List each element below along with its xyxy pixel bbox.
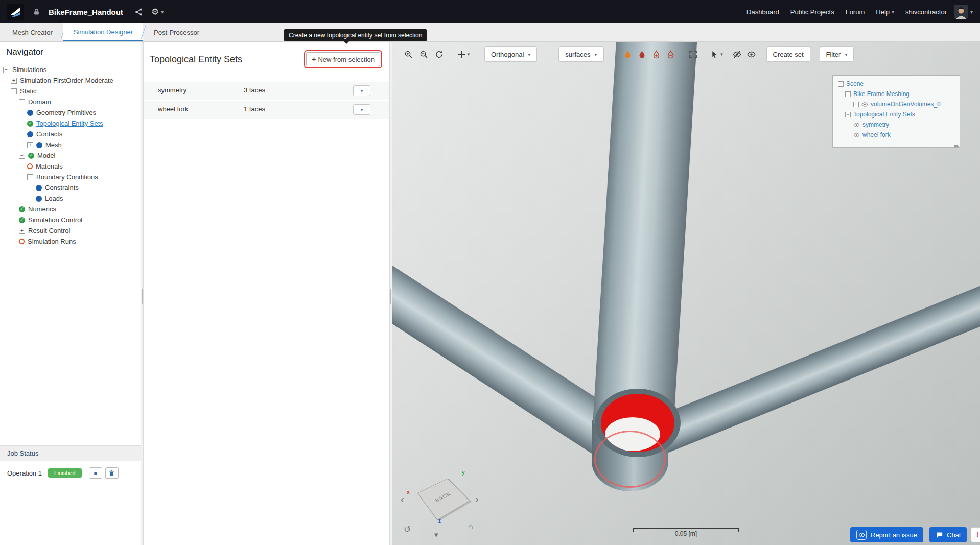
tree-item-simulation-runs[interactable]: Simulation Runs <box>0 236 141 247</box>
remove-selection-icon <box>666 50 675 59</box>
nav-forum[interactable]: Forum <box>846 8 865 16</box>
zoom-in-button[interactable] <box>402 48 415 61</box>
stop-job-button[interactable]: ■ <box>89 467 102 479</box>
z-axis-label: z <box>438 518 441 524</box>
tree-item-constraints[interactable]: Constraints <box>0 182 141 193</box>
collapse-icon[interactable]: − <box>838 81 844 87</box>
chevron-down-icon[interactable]: ▾ <box>434 530 438 539</box>
pan-move-button[interactable]: ▾ <box>454 48 473 61</box>
eye-icon[interactable] <box>853 122 860 128</box>
delete-job-button[interactable] <box>105 467 119 479</box>
remove-selection-button[interactable] <box>664 48 678 61</box>
entity-set-list: symmetry 3 faces ▾ wheel fork 1 faces ▾ <box>144 82 389 119</box>
username[interactable]: shivcontractor <box>905 8 947 16</box>
alert-badge[interactable]: ! <box>971 527 980 542</box>
navigation-cube[interactable]: BACK ‹ › ↺ ⌂ ▾ x y z <box>401 469 485 543</box>
chat-button[interactable]: Chat <box>929 527 967 542</box>
collapse-icon[interactable]: − <box>845 91 851 97</box>
rotate-left-arrow-icon[interactable]: ‹ <box>401 493 404 505</box>
report-issue-button[interactable]: Report an issue <box>850 527 923 542</box>
share-icon[interactable] <box>134 8 143 16</box>
tree-item-domain[interactable]: −Domain <box>0 97 141 107</box>
collapse-icon[interactable]: − <box>11 88 17 94</box>
row-actions-dropdown[interactable]: ▾ <box>353 85 370 96</box>
tree-item-boundary-conditions[interactable]: −Boundary Conditions <box>0 172 141 182</box>
status-check-icon: ✓ <box>28 153 34 159</box>
hide-all-button[interactable] <box>731 48 744 61</box>
nav-public-projects[interactable]: Public Projects <box>790 8 834 16</box>
cursor-icon <box>710 50 719 59</box>
tree-item-simulation-control[interactable]: ✓Simulation Control <box>0 215 141 225</box>
home-view-icon[interactable]: ⌂ <box>468 522 473 531</box>
scene-tree-item-wheel-fork[interactable]: wheel fork <box>835 130 958 140</box>
scene-tree-item-symmetry[interactable]: symmetry <box>835 120 958 130</box>
create-set-button[interactable]: Create set <box>766 46 810 62</box>
tree-item-static[interactable]: −Static <box>0 86 141 97</box>
tab-post-processor[interactable]: Post-Processor <box>144 23 209 41</box>
hide-selection-button[interactable] <box>621 48 635 61</box>
tree-item-result-control[interactable]: +Result Control <box>0 225 141 236</box>
refresh-view-button[interactable] <box>432 48 446 61</box>
eye-icon[interactable] <box>853 132 860 138</box>
tree-item-materials[interactable]: Materials <box>0 161 141 172</box>
collapse-icon[interactable]: − <box>3 67 9 73</box>
job-status-title: Job Status <box>0 446 141 461</box>
tab-simulation-designer[interactable]: Simulation Designer <box>63 23 143 41</box>
bike-frame-seat-tube[interactable] <box>593 42 698 429</box>
collapse-icon[interactable]: − <box>27 174 33 180</box>
tree-item-mesh[interactable]: +Mesh <box>0 139 141 150</box>
box-select-button[interactable] <box>687 48 700 61</box>
expand-icon[interactable]: + <box>27 142 33 148</box>
render-mode-select[interactable]: surfaces▾ <box>558 46 603 62</box>
zoom-out-button[interactable] <box>417 48 430 61</box>
tree-item-contacts[interactable]: Contacts <box>0 129 141 139</box>
tree-item-loads[interactable]: Loads <box>0 193 141 204</box>
settings-gear-icon[interactable]: ⚙▾ <box>151 7 164 17</box>
entity-set-row[interactable]: wheel fork 1 faces ▾ <box>144 101 389 119</box>
eye-icon[interactable] <box>861 101 868 108</box>
scene-tree-item-topological-entity-sets[interactable]: −Topological Entity Sets <box>835 109 958 120</box>
collapse-icon[interactable]: − <box>19 153 25 159</box>
tab-mesh-creator[interactable]: Mesh Creator <box>2 23 63 41</box>
projection-select[interactable]: Orthogonal▾ <box>484 46 537 62</box>
show-all-button[interactable] <box>745 48 758 61</box>
refresh-icon <box>435 50 444 59</box>
rotate-ccw-icon[interactable]: ↺ <box>404 524 411 535</box>
tree-item-numerics[interactable]: ✓Numerics <box>0 204 141 215</box>
scene-tree-item-scene[interactable]: −Scene <box>835 79 958 89</box>
simscale-logo[interactable] <box>7 4 24 20</box>
collapse-icon[interactable]: − <box>19 99 25 105</box>
eye-icon <box>747 50 756 59</box>
chevron-down-icon: ▾ <box>845 52 847 57</box>
resize-grip[interactable] <box>954 141 959 147</box>
zoom-out-icon <box>419 50 428 59</box>
bike-frame-tube-right[interactable] <box>639 286 980 459</box>
entity-set-row[interactable]: symmetry 3 faces ▾ <box>144 82 389 100</box>
nav-help[interactable]: Help▾ <box>876 8 894 16</box>
scene-tree-item-bike-frame-meshing[interactable]: −Bike Frame Meshing <box>835 89 958 99</box>
add-selection-button[interactable] <box>650 48 663 61</box>
tree-item-topological-entity-sets[interactable]: ✓Topological Entity Sets <box>0 118 141 129</box>
chevron-down-icon[interactable]: ▾ <box>970 9 973 15</box>
tree-item-simulations[interactable]: −Simulations <box>0 64 141 75</box>
expand-icon[interactable]: + <box>853 102 859 107</box>
show-selection-button[interactable] <box>636 48 649 61</box>
viewport-3d[interactable]: ▾ Orthogonal▾ surfaces▾ ▾ Create set Fil… <box>392 42 980 545</box>
cursor-select-button[interactable]: ▾ <box>707 48 727 61</box>
new-from-selection-button[interactable]: + New from selection <box>306 52 380 66</box>
scene-tree-item-volume[interactable]: +volumeOnGeoVolumes_0 <box>835 99 958 109</box>
row-actions-dropdown[interactable]: ▾ <box>353 104 370 115</box>
rotate-right-arrow-icon[interactable]: › <box>475 493 479 505</box>
avatar[interactable] <box>954 5 968 19</box>
collapse-icon[interactable]: − <box>845 112 851 117</box>
job-status-panel: Job Status Operation 1 Finished ■ <box>0 445 141 545</box>
filter-select[interactable]: Filter▾ <box>820 46 854 62</box>
tree-item-geometry-primitives[interactable]: Geometry Primitives <box>0 107 141 118</box>
expand-icon[interactable]: + <box>19 228 25 234</box>
show-selection-icon <box>638 50 646 59</box>
tree-item-model[interactable]: −✓Model <box>0 150 141 161</box>
expand-icon[interactable]: + <box>11 78 17 84</box>
nav-dashboard[interactable]: Dashboard <box>746 8 779 16</box>
nav-cube-face[interactable]: BACK <box>417 479 470 520</box>
tree-item-simulation-firstorder[interactable]: +Simulation-FirstOrder-Moderate <box>0 75 141 86</box>
